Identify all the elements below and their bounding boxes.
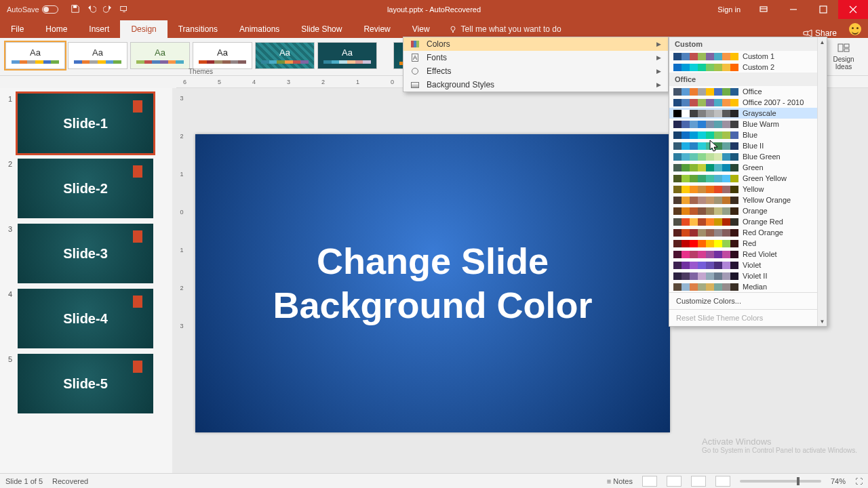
color-scheme-blue[interactable]: Blue xyxy=(669,129,817,140)
close-button[interactable] xyxy=(838,0,868,19)
tab-transitions[interactable]: Transitions xyxy=(167,20,229,38)
redo-icon[interactable] xyxy=(103,4,113,15)
slide-sorter-view-button[interactable] xyxy=(667,476,682,487)
variant-menu-colors[interactable]: Colors▶ xyxy=(403,37,668,51)
color-scheme-blue-green[interactable]: Blue Green xyxy=(669,151,817,162)
theme-thumb-4[interactable]: Aa xyxy=(255,42,315,69)
activate-windows-watermark: Activate Windows Go to System in Control… xyxy=(702,436,857,454)
thumb-row-5[interactable]: 5Slide-5 xyxy=(0,351,172,416)
tab-slide-show[interactable]: Slide Show xyxy=(290,20,353,38)
powerpoint-window: AutoSave layout.pptx - AutoRecovered Sig… xyxy=(0,0,868,488)
chevron-right-icon: ▶ xyxy=(656,41,661,47)
color-scheme-blue-warm[interactable]: Blue Warm xyxy=(669,119,817,129)
slide-thumb-2[interactable]: Slide-2 xyxy=(18,159,153,218)
color-scheme-median[interactable]: Median xyxy=(669,281,817,292)
color-scheme-red-orange[interactable]: Red Orange xyxy=(669,227,817,238)
tell-me-placeholder: Tell me what you want to do xyxy=(461,24,561,34)
svg-rect-1 xyxy=(120,7,126,11)
feedback-smiley-icon[interactable] xyxy=(849,23,861,35)
color-scheme-violet[interactable]: Violet xyxy=(669,260,817,270)
color-scheme-blue-ii[interactable]: Blue II xyxy=(669,140,817,151)
color-scheme-custom-1[interactable]: Custom 1 xyxy=(669,51,817,62)
fit-to-window-button[interactable]: ⛶ xyxy=(855,477,863,485)
color-scheme-yellow[interactable]: Yellow xyxy=(669,184,817,195)
start-from-beginning-icon[interactable] xyxy=(119,4,129,15)
color-scheme-office-2007-2010[interactable]: Office 2007 - 2010 xyxy=(669,97,817,108)
theme-thumb-1[interactable]: Aa xyxy=(68,42,127,69)
theme-thumb-5[interactable]: Aa xyxy=(317,42,377,69)
colors-scrollbar[interactable]: ▲ ▼ xyxy=(817,37,827,326)
titlebar: AutoSave layout.pptx - AutoRecovered Sig… xyxy=(0,0,868,19)
ribbon-display-options[interactable] xyxy=(749,0,778,19)
slideshow-view-button[interactable] xyxy=(715,476,730,487)
color-scheme-yellow-orange[interactable]: Yellow Orange xyxy=(669,195,817,205)
colors-icon xyxy=(410,39,420,49)
notes-button[interactable]: ≡ Notes xyxy=(607,477,633,485)
autosave-toggle[interactable]: AutoSave xyxy=(7,5,58,14)
tab-view[interactable]: View xyxy=(401,20,441,38)
color-section-custom: Custom xyxy=(669,37,817,51)
thumb-row-4[interactable]: 4Slide-4 xyxy=(0,286,172,351)
normal-view-button[interactable] xyxy=(642,476,657,487)
color-scheme-office[interactable]: Office xyxy=(669,86,817,97)
minimize-button[interactable] xyxy=(778,0,808,19)
color-scheme-custom-2[interactable]: Custom 2 xyxy=(669,62,817,73)
color-scheme-violet-ii[interactable]: Violet II xyxy=(669,270,817,281)
sign-in-link[interactable]: Sign in xyxy=(709,5,749,14)
thumb-row-2[interactable]: 2Slide-2 xyxy=(0,156,172,221)
tell-me-search[interactable]: Tell me what you want to do xyxy=(441,20,570,38)
slide-thumbnail-pane[interactable]: 1Slide-12Slide-23Slide-34Slide-45Slide-5 xyxy=(0,88,172,473)
zoom-level[interactable]: 74% xyxy=(831,477,846,485)
tab-animations[interactable]: Animations xyxy=(229,20,290,38)
svg-rect-9 xyxy=(844,44,849,47)
slide-marker-icon xyxy=(133,100,142,113)
scroll-down-icon[interactable]: ▼ xyxy=(818,317,827,326)
zoom-slider[interactable] xyxy=(740,480,821,483)
variant-menu-fonts[interactable]: AFonts▶ xyxy=(403,51,668,64)
status-bar: Slide 1 of 5 Recovered ≡ Notes 74% ⛶ xyxy=(0,473,868,488)
slide-thumb-3[interactable]: Slide-3 xyxy=(18,224,153,283)
color-scheme-red[interactable]: Red xyxy=(669,238,817,249)
tab-file[interactable]: File xyxy=(0,20,35,38)
theme-colors-panel: CustomCustom 1Custom 2OfficeOfficeOffice… xyxy=(669,37,827,327)
color-scheme-green-yellow[interactable]: Green Yellow xyxy=(669,173,817,184)
scroll-up-icon[interactable]: ▲ xyxy=(818,37,827,47)
tab-design[interactable]: Design xyxy=(120,20,167,38)
variant-menu-background-styles[interactable]: Background Styles▶ xyxy=(403,78,668,92)
slide-title-text: Change SlideBackground Color xyxy=(273,239,592,327)
reading-view-button[interactable] xyxy=(691,476,706,487)
slide-counter: Slide 1 of 5 xyxy=(5,477,43,485)
design-ideas-icon xyxy=(837,42,850,54)
slide-thumb-1[interactable]: Slide-1 xyxy=(18,94,153,153)
theme-thumb-0[interactable]: Aa xyxy=(5,42,65,69)
quick-access-toolbar xyxy=(71,4,129,15)
svg-rect-3 xyxy=(820,6,827,13)
color-scheme-orange[interactable]: Orange xyxy=(669,205,817,216)
chevron-right-icon: ▶ xyxy=(656,54,661,61)
slide-thumb-4[interactable]: Slide-4 xyxy=(18,289,153,348)
recovery-status: Recovered xyxy=(52,477,88,485)
color-section-office: Office xyxy=(669,73,817,86)
save-icon[interactable] xyxy=(71,4,80,15)
customize-colors[interactable]: Customize Colors... xyxy=(669,292,817,309)
vertical-ruler: 3210123 xyxy=(175,88,189,473)
color-scheme-grayscale[interactable]: Grayscale xyxy=(669,108,817,119)
maximize-button[interactable] xyxy=(808,0,838,19)
svg-rect-8 xyxy=(838,44,843,52)
tab-review[interactable]: Review xyxy=(353,20,401,38)
tab-home[interactable]: Home xyxy=(35,20,78,38)
design-ideas-button[interactable]: Design Ideas xyxy=(825,42,863,74)
theme-thumb-2[interactable]: Aa xyxy=(130,42,190,69)
undo-icon[interactable] xyxy=(87,4,96,15)
theme-thumb-3[interactable]: Aa xyxy=(193,42,252,69)
current-slide-canvas[interactable]: Change SlideBackground Color xyxy=(195,134,670,432)
color-scheme-red-violet[interactable]: Red Violet xyxy=(669,249,817,260)
color-scheme-orange-red[interactable]: Orange Red xyxy=(669,216,817,227)
thumb-row-3[interactable]: 3Slide-3 xyxy=(0,221,172,286)
tab-insert[interactable]: Insert xyxy=(78,20,120,38)
thumb-row-1[interactable]: 1Slide-1 xyxy=(0,91,172,156)
color-scheme-green[interactable]: Green xyxy=(669,162,817,173)
slide-marker-icon xyxy=(133,361,142,373)
variant-menu-effects[interactable]: Effects▶ xyxy=(403,64,668,78)
slide-thumb-5[interactable]: Slide-5 xyxy=(18,354,153,413)
